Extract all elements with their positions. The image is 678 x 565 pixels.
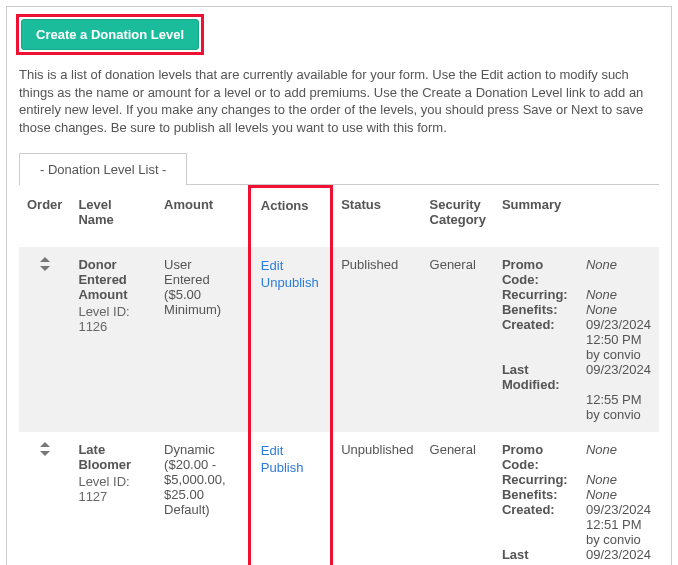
recurring-label: Recurring: xyxy=(502,472,580,487)
modified-date: 09/23/2024 xyxy=(586,547,651,565)
created-time: 12:50 PM xyxy=(586,332,651,347)
col-amount: Amount xyxy=(156,187,249,247)
benefits-value: None xyxy=(586,487,617,502)
recurring-value: None xyxy=(586,472,617,487)
promo-code-value: None xyxy=(586,257,617,287)
level-name: Donor Entered Amount xyxy=(78,257,148,302)
level-amount: User Entered ($5.00 Minimum) xyxy=(156,247,249,432)
created-date: 09/23/2024 xyxy=(586,317,651,332)
promo-code-value: None xyxy=(586,442,617,472)
reorder-handle-icon[interactable] xyxy=(40,257,50,271)
level-id: Level ID: 1127 xyxy=(78,474,148,504)
recurring-value: None xyxy=(586,287,617,302)
level-security: General xyxy=(422,247,494,432)
col-summary: Summary xyxy=(494,187,659,247)
col-level-name: Level Name xyxy=(70,187,156,247)
unpublish-link[interactable]: Unpublish xyxy=(261,274,320,292)
created-label: Created: xyxy=(502,502,580,517)
modified-by: by convio xyxy=(586,407,651,422)
benefits-label: Benefits: xyxy=(502,302,580,317)
level-id: Level ID: 1126 xyxy=(78,304,148,334)
promo-code-label: Promo Code: xyxy=(502,442,580,472)
publish-link[interactable]: Publish xyxy=(261,459,320,477)
created-date: 09/23/2024 xyxy=(586,502,651,517)
modified-label: Last Modified: xyxy=(502,362,580,392)
level-amount: Dynamic ($20.00 - $5,000.00, $25.00 Defa… xyxy=(156,432,249,565)
modified-label: Last Modified: xyxy=(502,547,580,565)
level-status: Published xyxy=(332,247,422,432)
col-status: Status xyxy=(332,187,422,247)
table-row: Late Bloomer Level ID: 1127 Dynamic ($20… xyxy=(19,432,659,565)
donation-levels-table: Order Level Name Amount Actions Status S… xyxy=(19,185,659,565)
col-actions: Actions xyxy=(249,187,331,247)
table-row: Donor Entered Amount Level ID: 1126 User… xyxy=(19,247,659,432)
created-by: by convio xyxy=(586,532,651,547)
reorder-handle-icon[interactable] xyxy=(40,442,50,456)
col-security: Security Category xyxy=(422,187,494,247)
benefits-label: Benefits: xyxy=(502,487,580,502)
edit-link[interactable]: Edit xyxy=(261,442,320,460)
created-time: 12:51 PM xyxy=(586,517,651,532)
col-order: Order xyxy=(19,187,70,247)
level-name: Late Bloomer xyxy=(78,442,148,472)
modified-time: 12:55 PM xyxy=(586,392,651,407)
level-security: General xyxy=(422,432,494,565)
create-donation-level-button[interactable]: Create a Donation Level xyxy=(21,19,199,50)
modified-date: 09/23/2024 xyxy=(586,362,651,392)
created-label: Created: xyxy=(502,317,580,332)
level-status: Unpublished xyxy=(332,432,422,565)
benefits-value: None xyxy=(586,302,617,317)
tab-donation-level-list[interactable]: - Donation Level List - xyxy=(19,153,187,185)
intro-text: This is a list of donation levels that a… xyxy=(19,66,659,136)
recurring-label: Recurring: xyxy=(502,287,580,302)
promo-code-label: Promo Code: xyxy=(502,257,580,287)
created-by: by convio xyxy=(586,347,651,362)
edit-link[interactable]: Edit xyxy=(261,257,320,275)
